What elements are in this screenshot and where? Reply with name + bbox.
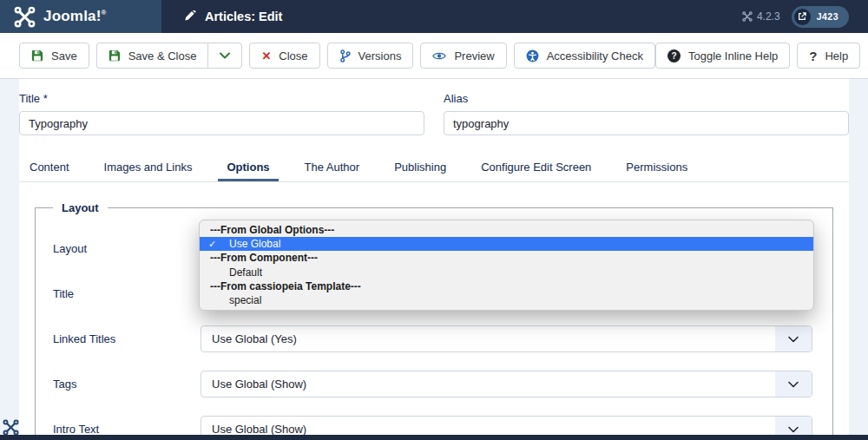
page-head: Articles: Edit bbox=[161, 0, 742, 33]
eye-icon bbox=[432, 51, 446, 61]
header-right: 4.2.3 J423 bbox=[742, 0, 868, 33]
question-icon: ? bbox=[809, 49, 817, 63]
alias-input[interactable] bbox=[444, 111, 849, 135]
title-label: Title * bbox=[19, 92, 424, 105]
linked-titles-row: Linked Titles Use Global (Yes) bbox=[36, 325, 832, 352]
content-area: Title * Alias Content Images and Links O… bbox=[19, 79, 849, 440]
check-icon: ✓ bbox=[208, 237, 216, 251]
title-input[interactable] bbox=[19, 111, 424, 135]
tab-bar: Content Images and Links Options The Aut… bbox=[19, 154, 849, 182]
joomla-footer-icon bbox=[3, 419, 19, 436]
app-header: Joomla!® Articles: Edit 4.2.3 J423 bbox=[0, 0, 868, 33]
dropdown-option-special[interactable]: special bbox=[200, 293, 813, 307]
bottom-window-edge bbox=[0, 435, 868, 440]
tab-options[interactable]: Options bbox=[218, 154, 278, 181]
save-close-button[interactable]: Save & Close bbox=[96, 43, 208, 69]
external-link-icon bbox=[794, 9, 811, 25]
versions-button[interactable]: Versions bbox=[327, 43, 414, 69]
save-button[interactable]: Save bbox=[19, 43, 89, 69]
chevron-down-icon bbox=[775, 326, 812, 351]
close-button[interactable]: ✕ Close bbox=[249, 43, 319, 69]
alias-label: Alias bbox=[444, 92, 849, 105]
tags-row: Tags Use Global (Show) bbox=[36, 371, 832, 397]
layout-label: Layout bbox=[36, 242, 201, 255]
linked-titles-select[interactable]: Use Global (Yes) bbox=[201, 325, 812, 352]
tags-label: Tags bbox=[36, 378, 201, 391]
layout-legend: Layout bbox=[53, 201, 108, 214]
tab-configure-edit-screen[interactable]: Configure Edit Screen bbox=[472, 154, 600, 181]
tab-the-author[interactable]: The Author bbox=[296, 154, 369, 181]
toggle-inline-help-button[interactable]: ? Toggle Inline Help bbox=[655, 43, 790, 69]
joomla-brand[interactable]: Joomla!® bbox=[0, 0, 161, 33]
accessibility-check-button[interactable]: Accessibility Check bbox=[514, 43, 655, 69]
chevron-down-icon bbox=[775, 371, 812, 397]
tab-content[interactable]: Content bbox=[21, 154, 78, 181]
save-close-group: Save & Close bbox=[96, 43, 243, 69]
chevron-down-icon bbox=[220, 52, 230, 59]
title-field-group: Title * bbox=[19, 92, 424, 135]
brand-text: Joomla!® bbox=[43, 8, 107, 25]
tab-publishing[interactable]: Publishing bbox=[385, 154, 455, 181]
joomla-version-icon bbox=[742, 11, 753, 22]
code-branch-icon bbox=[339, 49, 351, 62]
dropdown-option-default[interactable]: Default bbox=[200, 266, 813, 279]
pencil-icon bbox=[184, 10, 196, 23]
intro-text-label: Intro Text bbox=[36, 423, 201, 436]
preview-button[interactable]: Preview bbox=[420, 43, 506, 69]
save-options-toggle[interactable] bbox=[207, 43, 242, 69]
save-icon bbox=[31, 49, 43, 62]
help-button[interactable]: ? Help bbox=[797, 43, 860, 69]
dropdown-option-use-global[interactable]: ✓ Use Global bbox=[200, 237, 813, 251]
tab-permissions[interactable]: Permissions bbox=[617, 154, 696, 181]
joomla-logo-icon bbox=[14, 6, 36, 28]
toolbar-left: Save Save & Close bbox=[19, 43, 655, 69]
linked-titles-label: Linked Titles bbox=[36, 332, 201, 345]
universal-access-icon bbox=[526, 49, 539, 62]
alias-field-group: Alias bbox=[444, 92, 849, 135]
dropdown-group-label: ---From Global Options--- bbox=[200, 223, 813, 237]
dropdown-group-label: ---From cassiopeia Template--- bbox=[200, 279, 813, 293]
title-alias-row: Title * Alias bbox=[19, 92, 849, 135]
toolbar: Save Save & Close bbox=[0, 33, 868, 79]
close-icon: ✕ bbox=[261, 49, 271, 62]
layout-select-dropdown: ---From Global Options--- ✓ Use Global -… bbox=[199, 220, 814, 311]
page-title: Articles: Edit bbox=[205, 10, 282, 23]
title-option-label: Title bbox=[36, 287, 201, 300]
toolbar-right: ? Toggle Inline Help ? Help bbox=[655, 43, 860, 69]
question-circle-icon: ? bbox=[667, 49, 681, 62]
dropdown-group-label: ---From Component--- bbox=[200, 251, 813, 265]
joomla-version: 4.2.3 bbox=[742, 10, 780, 23]
tab-images-and-links[interactable]: Images and Links bbox=[95, 154, 201, 181]
site-preview-badge[interactable]: J423 bbox=[792, 6, 849, 28]
save-icon bbox=[108, 49, 121, 62]
tags-select[interactable]: Use Global (Show) bbox=[201, 371, 812, 397]
